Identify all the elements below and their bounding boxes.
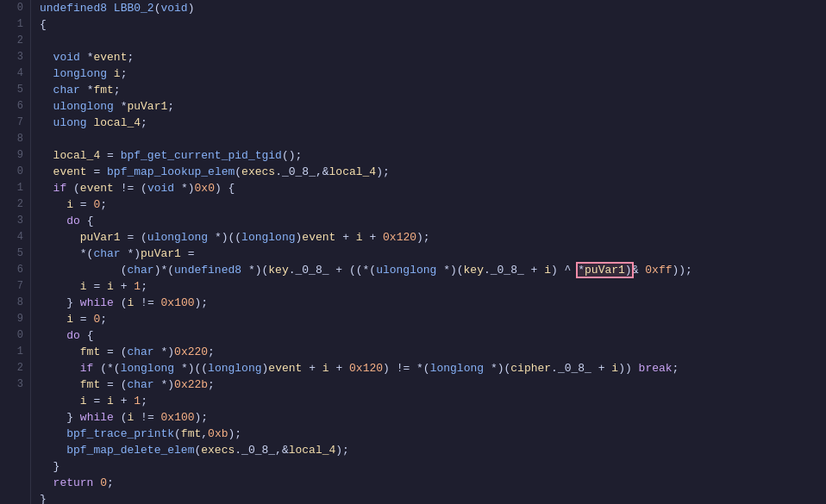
ln-27: 9 xyxy=(7,311,23,327)
line-complex: (char)*(undefined8 *)(key._0_8_ + ((*(ul… xyxy=(40,262,826,278)
ln-10: 2 xyxy=(7,33,23,49)
ln-31: 3 xyxy=(7,376,23,393)
ln-24: 6 xyxy=(7,262,23,278)
line-blank1 xyxy=(40,33,826,49)
line-i02: i = 0; xyxy=(40,311,826,327)
ln-8: 0 xyxy=(7,0,23,16)
line-closefn: } xyxy=(40,491,826,504)
ln-12: 4 xyxy=(7,65,23,82)
ln-21: 3 xyxy=(7,213,23,229)
line-numbers: 0 1 2 3 4 5 6 7 8 9 0 1 2 3 4 5 6 7 8 9 … xyxy=(0,0,31,504)
ln-29: 1 xyxy=(7,344,23,360)
line-fmt2: fmt = (char *)0x22b; xyxy=(40,376,826,393)
ln-9: 1 xyxy=(7,16,23,33)
ln-20: 2 xyxy=(7,196,23,213)
line-return: return 0; xyxy=(40,475,826,491)
ln-26: 8 xyxy=(7,295,23,311)
line-decl3: char *fmt; xyxy=(40,82,826,98)
line-incr1: i = i + 1; xyxy=(40,278,826,295)
ln-13: 5 xyxy=(7,82,23,98)
ln-17: 9 xyxy=(7,147,23,164)
line-closeif: } xyxy=(40,458,826,475)
ln-18: 0 xyxy=(7,164,23,180)
line-incr2: i = i + 1; xyxy=(40,393,826,409)
line-while2: } while (i != 0x100); xyxy=(40,409,826,426)
line-open: { xyxy=(40,16,826,33)
ln-28: 0 xyxy=(7,327,23,344)
ln-15: 7 xyxy=(7,115,23,131)
line-decl1: void *event; xyxy=(40,49,826,65)
line-decl4: ulonglong *puVar1; xyxy=(40,98,826,115)
code-body: undefined8 LBB0_2(void) { void *event; l… xyxy=(31,0,826,504)
ln-16: 8 xyxy=(7,131,23,147)
line-fmt1: fmt = (char *)0x220; xyxy=(40,344,826,360)
line-sig: undefined8 LBB0_2(void) xyxy=(40,0,826,16)
ln-19: 1 xyxy=(7,180,23,196)
line-do1: do { xyxy=(40,213,826,229)
line-do2: do { xyxy=(40,327,826,344)
ln-11: 3 xyxy=(7,49,23,65)
line-bpfdelete: bpf_map_delete_elem(execs._0_8_,&local_4… xyxy=(40,442,826,458)
ln-23: 5 xyxy=(7,246,23,262)
line-puvar1: puVar1 = (ulonglong *)((longlong)event +… xyxy=(40,229,826,246)
line-event: event = bpf_map_lookup_elem(execs._0_8_,… xyxy=(40,164,826,180)
line-local4: local_4 = bpf_get_current_pid_tgid(); xyxy=(40,147,826,164)
line-blank2 xyxy=(40,131,826,147)
code-viewer: 0 1 2 3 4 5 6 7 8 9 0 1 2 3 4 5 6 7 8 9 … xyxy=(0,0,826,504)
line-decl5: ulong local_4; xyxy=(40,115,826,131)
ln-14: 6 xyxy=(7,98,23,115)
line-while1: } while (i != 0x100); xyxy=(40,295,826,311)
line-ifbreak: if (*(longlong *)((longlong)event + i + … xyxy=(40,360,826,376)
ln-22: 4 xyxy=(7,229,23,246)
ln-25: 7 xyxy=(7,278,23,295)
line-decl2: longlong i; xyxy=(40,65,826,82)
line-if: if (event != (void *)0x0) { xyxy=(40,180,826,196)
line-bpftrace: bpf_trace_printk(fmt,0xb); xyxy=(40,426,826,442)
line-i0: i = 0; xyxy=(40,196,826,213)
line-charptr: *(char *)puVar1 = xyxy=(40,246,826,262)
ln-30: 2 xyxy=(7,360,23,376)
